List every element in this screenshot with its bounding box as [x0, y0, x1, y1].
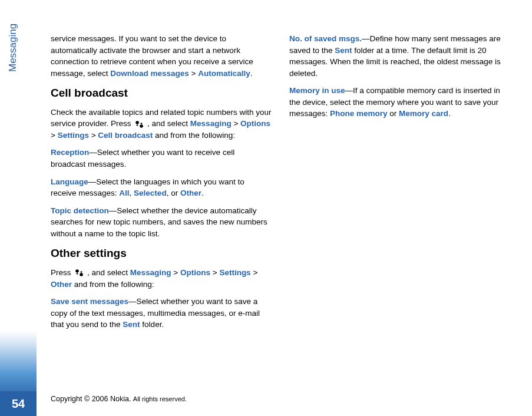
menu-key-icon [134, 120, 144, 128]
paragraph: Topic detection—Select whether the devic… [51, 205, 272, 240]
menu-path-item: Messaging [130, 268, 171, 277]
body-text: and from the following: [72, 280, 154, 289]
body-text: and from the following: [153, 131, 235, 140]
menu-path-item: Messaging [190, 119, 232, 128]
option-value: All [119, 189, 129, 197]
content-area: service messages. If you want to set the… [51, 33, 510, 336]
svg-point-3 [80, 273, 83, 277]
sidebar: Messaging 54 [0, 0, 37, 416]
paragraph: Language—Select the languages in which y… [51, 176, 272, 199]
menu-path-item: Settings [58, 131, 89, 140]
paragraph: Reception—Select whether you want to rec… [51, 147, 272, 170]
option-value: Selected [134, 189, 167, 197]
separator: or [388, 109, 399, 118]
paragraph: service messages. If you want to set the… [51, 33, 272, 79]
separator: > [51, 131, 58, 140]
rights-text: All rights reserved. [133, 395, 187, 402]
setting-term: Save sent messages [51, 297, 128, 306]
body-text: . [448, 109, 451, 118]
page-number: 54 [0, 391, 37, 416]
separator: > [189, 69, 198, 78]
footer: Copyright © 2006 Nokia. All rights reser… [51, 395, 187, 403]
separator: , [130, 189, 134, 197]
column-left: service messages. If you want to set the… [51, 33, 272, 336]
body-text: , and select [145, 119, 190, 128]
setting-term: Topic detection [51, 206, 109, 215]
paragraph: Save sent messages—Select whether you wa… [51, 296, 272, 331]
menu-key-icon [74, 269, 84, 277]
menu-path-item: Settings [219, 268, 250, 277]
setting-term: Reception [51, 148, 89, 157]
separator: > [171, 268, 180, 277]
body-text: . [201, 189, 204, 197]
body-text: . [250, 69, 253, 78]
column-right: No. of saved msgs.—Define how many sent … [289, 33, 510, 336]
paragraph: Check the available topics and related t… [51, 107, 272, 141]
option-value: Memory card [399, 109, 448, 118]
separator: > [89, 131, 98, 140]
separator: > [210, 268, 219, 277]
folder-name: Sent [123, 320, 140, 329]
separator: , or [167, 189, 180, 197]
folder-name: Sent [335, 46, 352, 55]
section-label: Messaging [7, 24, 19, 72]
paragraph: Memory in use—If a compatible memory car… [289, 85, 510, 120]
body-text: folder. [140, 320, 164, 329]
setting-term: No. of saved msgs. [289, 34, 362, 43]
menu-path-item: Cell broadcast [98, 131, 153, 140]
menu-path-item: Options [240, 119, 270, 128]
heading-other-settings: Other settings [51, 245, 272, 262]
option-value: Other [180, 189, 201, 197]
separator: > [251, 268, 258, 277]
menu-path-item: Options [180, 268, 210, 277]
svg-point-2 [75, 270, 79, 273]
copyright-text: Copyright © 2006 Nokia. [51, 395, 133, 403]
setting-term: Memory in use [289, 86, 345, 95]
body-text: , and select [85, 268, 130, 277]
option-value: Phone memory [330, 109, 388, 118]
body-text: Press [51, 268, 73, 277]
separator: > [232, 119, 240, 128]
svg-point-1 [140, 124, 144, 128]
heading-cell-broadcast: Cell broadcast [51, 85, 272, 101]
paragraph: Press , and select Messaging > Options >… [51, 267, 272, 290]
menu-path-item: Automatically [198, 69, 250, 78]
menu-path-item: Download messages [110, 69, 189, 78]
setting-term: Language [51, 177, 88, 186]
svg-point-0 [136, 121, 140, 124]
menu-path-item: Other [51, 280, 72, 289]
paragraph: No. of saved msgs.—Define how many sent … [289, 33, 510, 79]
